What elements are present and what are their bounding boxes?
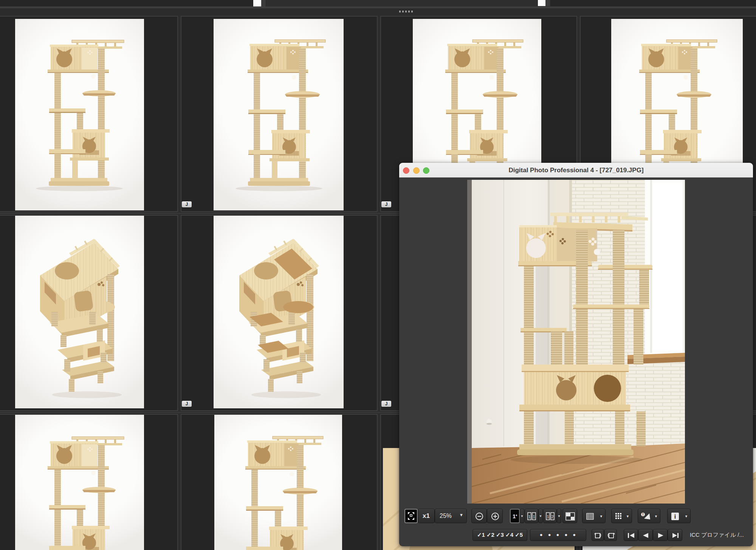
svg-text:!: ! [642,513,643,517]
svg-text:i: i [674,513,676,520]
svg-text:2: 2 [551,514,553,519]
svg-text:1: 1 [533,514,535,519]
svg-text:1: 1 [528,514,530,519]
svg-text:1: 1 [547,514,549,519]
